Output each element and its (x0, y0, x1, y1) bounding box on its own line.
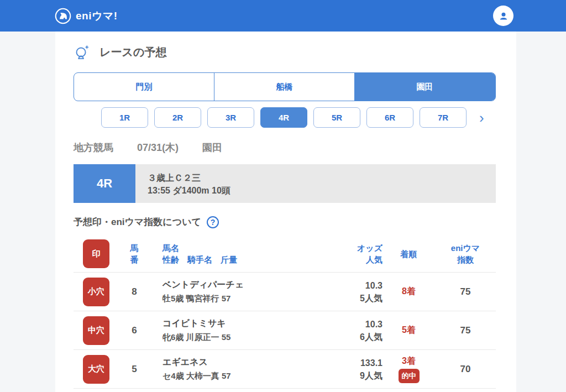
horse-number: 5 (115, 364, 154, 375)
race-number-tab[interactable]: 7R (420, 107, 467, 128)
race-number-tab[interactable]: 1R (101, 107, 148, 128)
race-number-tab[interactable]: 4R (260, 107, 307, 128)
horse-number: 8 (115, 286, 154, 297)
eni-index-value: 75 (435, 325, 496, 336)
odds-cell: 133.1 9人気 (311, 357, 382, 382)
race-date-label: 07/31(木) (137, 141, 179, 154)
result-cell: 3着 的中 (382, 356, 435, 383)
result-cell: 8着 (382, 286, 435, 297)
table-row[interactable]: 中穴 6 コイビトミサキ 牝6歳 川原正一 55 10.3 6人気 5着 75 (74, 311, 496, 349)
header-horse-number: 馬 番 (115, 242, 154, 265)
race-number-tab[interactable]: 2R (154, 107, 201, 128)
race-number-badge: 4R (74, 164, 135, 203)
finish-position: 5着 (382, 325, 435, 336)
horse-detail: 牝6歳 川原正一 55 (163, 332, 311, 343)
app-header: eniウマ! (0, 0, 566, 32)
header-odds: オッズ 人気 (311, 242, 382, 265)
table-header-row: 印 馬 番 馬名 性齢 騎手名 斤量 オッズ 人気 着順 eniウマ 指数 (74, 236, 496, 272)
race-meta-row: 地方競馬 07/31(木) 園田 (74, 141, 496, 154)
mark-cell: 大穴 (74, 355, 115, 384)
venue-tab[interactable]: 園田 (355, 73, 495, 101)
prediction-table: 印 馬 番 馬名 性齢 騎手名 斤量 オッズ 人気 着順 eniウマ 指数 (74, 236, 496, 389)
header-index: eniウマ 指数 (435, 242, 496, 265)
eni-index-value: 75 (435, 286, 496, 297)
mark-cell: 中穴 (74, 316, 115, 345)
race-number-tab[interactable]: 5R (313, 107, 360, 128)
odds-value: 10.3 (311, 318, 382, 331)
page-title: レースの予想 (99, 45, 166, 60)
horse-name: エギエネス (163, 357, 311, 368)
race-venue-label: 園田 (202, 141, 222, 154)
prediction-mark-badge: 大穴 (83, 355, 109, 384)
hit-badge: 的中 (399, 369, 420, 383)
race-banner-body: ３歳上Ｃ２三 13:55 ダ1400m 10頭 (135, 164, 496, 203)
eni-index-value: 70 (435, 364, 496, 375)
header-horse-name: 馬名 性齢 騎手名 斤量 (154, 242, 311, 265)
table-bottom-divider (74, 388, 496, 389)
odds-value: 10.3 (311, 279, 382, 292)
popularity-value: 6人気 (311, 331, 382, 343)
popularity-value: 9人気 (311, 369, 382, 382)
user-icon (497, 9, 510, 23)
horse-logo-icon (55, 8, 71, 24)
user-avatar-button[interactable] (493, 6, 513, 26)
info-link-label: 予想印・eniウマ指数について (74, 216, 201, 228)
content-card: レースの予想 門別 船橋 園田 1R 2R 3R 4R 5R 6R 7R › 地… (55, 32, 516, 392)
finish-position: 8着 (382, 286, 435, 297)
section-title-row: レースの予想 (74, 44, 496, 61)
mark-cell: 小穴 (74, 278, 115, 306)
crystal-ball-icon (74, 44, 91, 61)
table-row[interactable]: 小穴 8 ベントディパーチェ 牡5歳 鴨宮祥行 57 10.3 5人気 8着 7… (74, 272, 496, 311)
race-number-tab[interactable]: 3R (207, 107, 254, 128)
horse-detail: セ4歳 大柿一真 57 (163, 371, 311, 381)
popularity-value: 5人気 (311, 292, 382, 305)
horse-name-cell: ベントディパーチェ 牡5歳 鴨宮祥行 57 (154, 279, 311, 304)
prediction-mark-badge: 中穴 (83, 316, 109, 345)
race-number-tab[interactable]: 6R (366, 107, 413, 128)
prediction-mark-badge: 小穴 (83, 278, 109, 306)
table-row[interactable]: 大穴 5 エギエネス セ4歳 大柿一真 57 133.1 9人気 3着 的中 7… (74, 349, 496, 388)
odds-cell: 10.3 5人気 (311, 279, 382, 305)
help-icon[interactable]: ? (207, 216, 219, 228)
horse-name-cell: エギエネス セ4歳 大柿一真 57 (154, 357, 311, 381)
horse-number: 6 (115, 325, 154, 336)
race-class-name: ３歳上Ｃ２三 (148, 171, 496, 184)
mark-header-badge: 印 (83, 239, 109, 268)
venue-tab[interactable]: 門別 (74, 73, 214, 101)
race-category-label: 地方競馬 (74, 141, 113, 154)
race-banner: 4R ３歳上Ｃ２三 13:55 ダ1400m 10頭 (74, 164, 496, 203)
horse-detail: 牡5歳 鴨宮祥行 57 (163, 294, 311, 304)
app-logo[interactable]: eniウマ! (55, 8, 118, 24)
logo-text: eniウマ! (76, 9, 118, 23)
info-link-row: 予想印・eniウマ指数について ? (74, 216, 496, 228)
venue-tab[interactable]: 船橋 (214, 73, 355, 101)
race-number-bar: 1R 2R 3R 4R 5R 6R 7R › (74, 107, 496, 128)
finish-position: 3着 (382, 356, 435, 367)
odds-value: 133.1 (311, 357, 382, 369)
odds-cell: 10.3 6人気 (311, 318, 382, 343)
horse-name: コイビトミサキ (163, 318, 311, 330)
venue-tab-bar: 門別 船橋 園田 (74, 72, 496, 101)
chevron-right-icon[interactable]: › (479, 111, 484, 125)
horse-name: ベントディパーチェ (163, 279, 311, 291)
header-result: 着順 (382, 248, 435, 260)
race-details: 13:55 ダ1400m 10頭 (148, 184, 496, 197)
horse-name-cell: コイビトミサキ 牝6歳 川原正一 55 (154, 318, 311, 343)
result-cell: 5着 (382, 325, 435, 336)
header-mark: 印 (74, 239, 115, 268)
